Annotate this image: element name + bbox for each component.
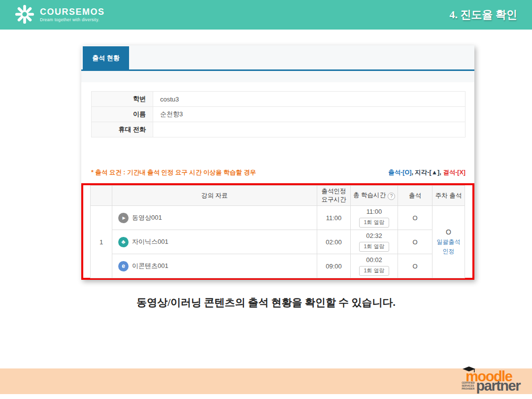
view-count-button[interactable]: 1회 열람: [359, 266, 389, 276]
required-time: 02:00: [317, 230, 351, 254]
table-row: ♣ 자이닉스001 02:00 02:32 1회 열람 O: [91, 230, 465, 254]
attend-mark: O: [398, 206, 432, 230]
coursemos-logo: COURSEMOS Dream together with diversity.: [15, 3, 105, 26]
mobile-phone-value: [153, 122, 466, 137]
bulk-attendance-link[interactable]: 일괄출석 인정: [433, 237, 464, 256]
attend-mark: O: [398, 230, 432, 254]
attend-mark: O: [398, 254, 432, 278]
name-label: 이름: [92, 107, 153, 122]
material-cell: e 이콘텐츠001: [112, 254, 317, 278]
moodle-wordmark: moodle: [462, 370, 520, 383]
slide-caption: 동영상/이러닝 콘텐츠의 출석 현황을 확인할 수 있습니다.: [0, 296, 532, 309]
page-title: 4. 진도율 확인: [450, 7, 518, 22]
graduation-cap-icon: [463, 366, 475, 375]
col-header-required-line2: 요구시간: [322, 196, 346, 203]
attendance-table: 강의 자료 출석인정 요구시간 총 학습시간? 출석 주차 출석: [90, 185, 465, 278]
attendance-legend: 출석-[O], 지각-[▲], 결석-[X]: [388, 168, 466, 177]
study-time: 00:02: [351, 256, 397, 264]
table-header-row: 강의 자료 출석인정 요구시간 총 학습시간? 출석 주차 출석: [91, 186, 465, 206]
required-time: 09:00: [317, 254, 351, 278]
help-icon[interactable]: ?: [388, 193, 395, 200]
table-row: e 이콘텐츠001 09:00 00:02 1회 열람 O: [91, 254, 465, 278]
tab-attendance-status[interactable]: 출석 현황: [83, 46, 129, 69]
col-header-material: 강의 자료: [112, 186, 317, 206]
name-value: 순천향3: [153, 107, 466, 122]
red-highlight-box: 강의 자료 출석인정 요구시간 총 학습시간? 출석 주차 출석: [81, 183, 474, 280]
col-header-required-time: 출석인정 요구시간: [317, 186, 351, 206]
col-header-total-time: 총 학습시간?: [351, 186, 398, 206]
col-header-week-no: [91, 186, 112, 206]
mobile-phone-label: 휴대 전화: [92, 122, 153, 137]
bulk-attendance-line2: 인정: [443, 248, 455, 255]
week-number: 1: [91, 206, 112, 278]
legend-late: 지각-[▲]: [415, 169, 439, 176]
material-cell: ♣ 자이닉스001: [112, 230, 317, 254]
week-attendance-cell: O 일괄출석 인정: [432, 206, 465, 278]
material-title[interactable]: 동영상001: [132, 213, 162, 222]
moodle-partner-logo: moodle CERTIFIED SERVICES PROVIDER partn…: [462, 370, 520, 392]
study-time: 11:00: [351, 208, 397, 216]
total-time-cell: 00:02 1회 열람: [351, 254, 398, 278]
footer-bar: [0, 368, 532, 394]
student-id-value: costu3: [153, 92, 466, 107]
material-title[interactable]: 자이닉스001: [132, 237, 168, 246]
study-time: 02:32: [351, 232, 397, 240]
coursemos-star-icon: [15, 4, 34, 26]
header-bar: COURSEMOS Dream together with diversity.…: [0, 0, 532, 30]
brand-tagline: Dream together with diversity.: [40, 17, 105, 22]
student-profile-table: 학번 costu3 이름 순천향3 휴대 전화: [91, 91, 466, 137]
view-count-button[interactable]: 1회 열람: [359, 218, 389, 228]
week-attendance-mark: O: [433, 228, 464, 236]
brand-name: COURSEMOS: [40, 7, 105, 17]
legend-attend: 출석-[O]: [388, 169, 411, 176]
table-row: 1 ▶ 동영상001 11:00 11:00 1회 열람 O: [91, 206, 465, 230]
legend-absent: 결석-[X]: [443, 169, 466, 176]
xinics-icon: ♣: [118, 237, 129, 247]
certified-line3: PROVIDER: [462, 387, 474, 390]
material-cell: ▶ 동영상001: [112, 206, 317, 230]
col-header-required-line1: 출석인정: [322, 188, 346, 195]
table-row: 학번 costu3: [92, 92, 466, 107]
col-header-week-attend: 주차 출석: [432, 186, 465, 206]
col-header-total-label: 총 학습시간: [353, 192, 386, 199]
video-play-icon: ▶: [118, 213, 129, 223]
attendance-screenshot-panel: 출석 현황 학번 costu3 이름 순천향3 휴대 전화 * 출석 요건 : …: [81, 45, 474, 280]
table-row: 이름 순천향3: [92, 107, 466, 122]
econtent-icon: e: [118, 261, 129, 271]
tab-strip: 출석 현황: [81, 45, 474, 82]
view-count-button[interactable]: 1회 열람: [359, 242, 389, 252]
required-time: 11:00: [317, 206, 351, 230]
attendance-requirement-note: * 출석 요건 : 기간내 출석 인정 요구 시간 이상을 학습할 경우: [91, 168, 256, 177]
bulk-attendance-line1: 일괄출석: [437, 238, 461, 245]
tab-underline: [81, 69, 474, 71]
certified-line2: SERVICES: [462, 384, 474, 387]
total-time-cell: 11:00 1회 열람: [351, 206, 398, 230]
student-id-label: 학번: [92, 92, 153, 107]
table-row: 휴대 전화: [92, 122, 466, 137]
brand-text: COURSEMOS Dream together with diversity.: [40, 7, 105, 22]
col-header-attend: 출석: [398, 186, 432, 206]
note-row: * 출석 요건 : 기간내 출석 인정 요구 시간 이상을 학습할 경우 출석-…: [91, 168, 466, 177]
total-time-cell: 02:32 1회 열람: [351, 230, 398, 254]
slide: COURSEMOS Dream together with diversity.…: [0, 0, 532, 399]
material-title[interactable]: 이콘텐츠001: [132, 262, 168, 270]
